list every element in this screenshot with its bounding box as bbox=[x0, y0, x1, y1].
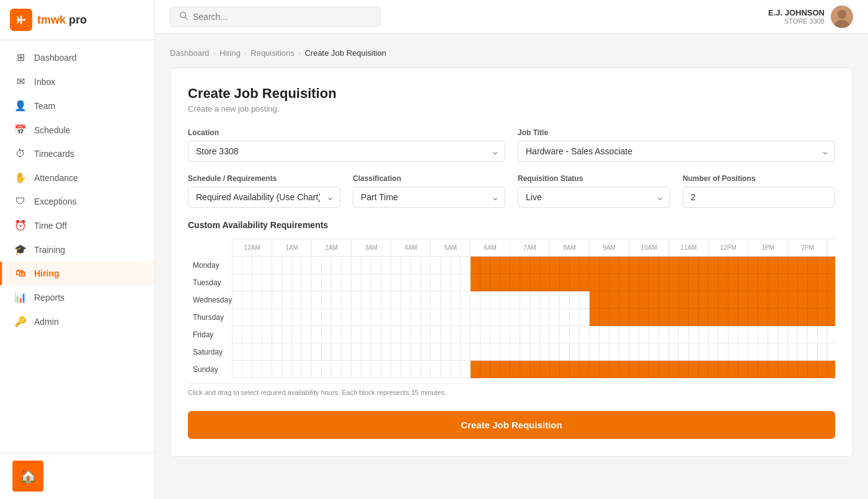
avail-cell[interactable] bbox=[520, 343, 530, 361]
avail-cell[interactable] bbox=[232, 343, 242, 361]
avail-cell[interactable] bbox=[292, 257, 302, 274]
avail-cell[interactable] bbox=[639, 361, 649, 378]
avail-cell[interactable] bbox=[649, 274, 659, 291]
avail-cell[interactable] bbox=[332, 257, 342, 274]
avail-cell[interactable] bbox=[590, 274, 600, 291]
avail-cell[interactable] bbox=[461, 361, 471, 378]
avail-cell[interactable] bbox=[550, 361, 560, 378]
avail-cell[interactable] bbox=[520, 361, 530, 378]
avail-cell[interactable] bbox=[609, 361, 619, 378]
avail-cell[interactable] bbox=[381, 361, 391, 378]
avail-cell[interactable] bbox=[649, 257, 659, 274]
avail-cell[interactable] bbox=[699, 343, 709, 361]
avail-cell[interactable] bbox=[709, 291, 719, 309]
avail-cell[interactable] bbox=[768, 343, 778, 361]
avail-cell[interactable] bbox=[361, 309, 371, 326]
avail-cell[interactable] bbox=[451, 343, 461, 361]
avail-cell[interactable] bbox=[510, 309, 520, 326]
avail-cell[interactable] bbox=[719, 257, 728, 274]
avail-cell[interactable] bbox=[649, 343, 659, 361]
sidebar-item-attendance[interactable]: ✋Attendance bbox=[0, 166, 154, 190]
avail-cell[interactable] bbox=[510, 274, 520, 291]
sidebar-item-admin[interactable]: 🔑Admin bbox=[0, 309, 154, 333]
avail-cell[interactable] bbox=[371, 257, 381, 274]
avail-cell[interactable] bbox=[540, 361, 550, 378]
avail-cell[interactable] bbox=[560, 343, 570, 361]
avail-cell[interactable] bbox=[788, 326, 798, 343]
avail-cell[interactable] bbox=[471, 361, 480, 378]
avail-cell[interactable] bbox=[381, 326, 391, 343]
avail-cell[interactable] bbox=[580, 343, 590, 361]
sidebar-item-team[interactable]: 👤Team bbox=[0, 94, 154, 118]
avail-cell[interactable] bbox=[242, 309, 252, 326]
avail-cell[interactable] bbox=[768, 326, 778, 343]
avail-cell[interactable] bbox=[828, 291, 835, 309]
avail-cell[interactable] bbox=[580, 361, 590, 378]
avail-cell[interactable] bbox=[709, 257, 719, 274]
avail-cell[interactable] bbox=[242, 257, 252, 274]
avail-cell[interactable] bbox=[421, 326, 431, 343]
avail-cell[interactable] bbox=[659, 326, 669, 343]
avail-cell[interactable] bbox=[798, 361, 808, 378]
avail-cell[interactable] bbox=[768, 274, 778, 291]
avail-cell[interactable] bbox=[242, 361, 252, 378]
avail-cell[interactable] bbox=[738, 326, 748, 343]
avail-cell[interactable] bbox=[590, 361, 600, 378]
avail-cell[interactable] bbox=[480, 257, 490, 274]
avail-cell[interactable] bbox=[728, 274, 738, 291]
avail-cell[interactable] bbox=[709, 326, 719, 343]
avail-cell[interactable] bbox=[490, 343, 500, 361]
avail-cell[interactable] bbox=[689, 326, 699, 343]
avail-cell[interactable] bbox=[580, 326, 590, 343]
avail-cell[interactable] bbox=[669, 274, 679, 291]
avail-cell[interactable] bbox=[778, 257, 788, 274]
avail-cell[interactable] bbox=[312, 343, 322, 361]
avail-cell[interactable] bbox=[669, 309, 679, 326]
avail-cell[interactable] bbox=[570, 309, 580, 326]
avail-cell[interactable] bbox=[312, 291, 322, 309]
avail-cell[interactable] bbox=[719, 291, 728, 309]
avail-cell[interactable] bbox=[748, 274, 758, 291]
avail-cell[interactable] bbox=[361, 361, 371, 378]
avail-cell[interactable] bbox=[381, 274, 391, 291]
avail-cell[interactable] bbox=[381, 291, 391, 309]
avail-cell[interactable] bbox=[619, 274, 629, 291]
avail-cell[interactable] bbox=[600, 361, 609, 378]
avail-cell[interactable] bbox=[401, 274, 411, 291]
avail-cell[interactable] bbox=[828, 343, 835, 361]
avail-cell[interactable] bbox=[441, 257, 451, 274]
avail-cell[interactable] bbox=[232, 361, 242, 378]
avail-cell[interactable] bbox=[451, 309, 461, 326]
avail-cell[interactable] bbox=[302, 326, 312, 343]
avail-cell[interactable] bbox=[371, 361, 381, 378]
avail-cell[interactable] bbox=[461, 257, 471, 274]
avail-cell[interactable] bbox=[629, 274, 639, 291]
avail-cell[interactable] bbox=[510, 361, 520, 378]
avail-cell[interactable] bbox=[332, 361, 342, 378]
avail-cell[interactable] bbox=[302, 309, 312, 326]
breadcrumb-hiring[interactable]: Hiring bbox=[219, 48, 241, 58]
avail-cell[interactable] bbox=[401, 343, 411, 361]
avail-cell[interactable] bbox=[391, 361, 401, 378]
avail-cell[interactable] bbox=[619, 326, 629, 343]
avail-cell[interactable] bbox=[262, 361, 272, 378]
avail-cell[interactable] bbox=[719, 309, 728, 326]
avail-cell[interactable] bbox=[689, 361, 699, 378]
avail-cell[interactable] bbox=[619, 361, 629, 378]
job-title-select[interactable]: Hardware - Sales Associate bbox=[518, 141, 835, 162]
avail-cell[interactable] bbox=[808, 274, 818, 291]
avail-cell[interactable] bbox=[600, 291, 609, 309]
avail-cell[interactable] bbox=[818, 291, 828, 309]
avail-cell[interactable] bbox=[421, 291, 431, 309]
avail-cell[interactable] bbox=[510, 291, 520, 309]
avail-cell[interactable] bbox=[352, 274, 361, 291]
avail-cell[interactable] bbox=[252, 343, 262, 361]
avail-cell[interactable] bbox=[798, 257, 808, 274]
avail-cell[interactable] bbox=[679, 257, 689, 274]
avail-cell[interactable] bbox=[480, 326, 490, 343]
avail-cell[interactable] bbox=[242, 291, 252, 309]
availability-grid[interactable]: 12AM1AM2AM3AM4AM5AM6AM7AM8AM9AM10AM11AM1… bbox=[188, 239, 835, 378]
avail-cell[interactable] bbox=[272, 343, 282, 361]
avail-cell[interactable] bbox=[451, 274, 461, 291]
avail-cell[interactable] bbox=[252, 361, 262, 378]
